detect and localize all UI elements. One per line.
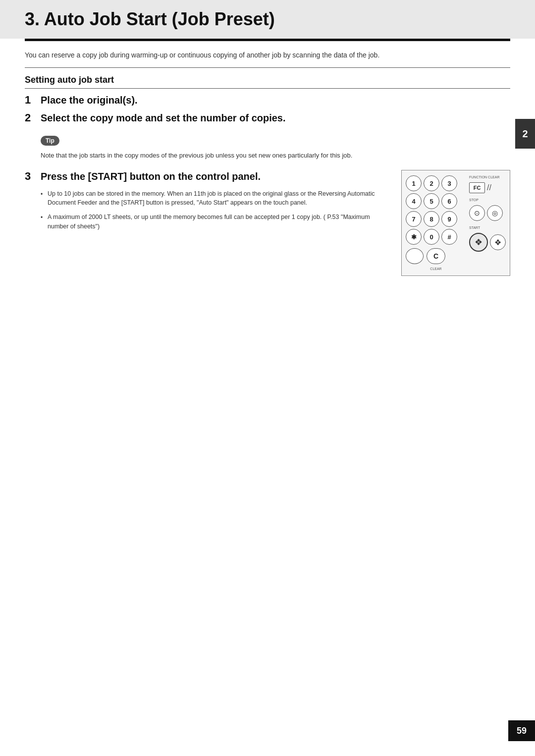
- page-number-badge: 59: [508, 720, 535, 741]
- step-1: 1 Place the original(s).: [25, 94, 510, 107]
- key-extra: [406, 248, 424, 264]
- tip-text: Note that the job starts in the copy mod…: [0, 149, 535, 165]
- step-text-3: Press the [START] button on the control …: [41, 170, 261, 183]
- page-title: 3. Auto Job Start (Job Preset): [25, 9, 510, 30]
- step3-left: 3 Press the [START] button on the contro…: [25, 170, 391, 236]
- key-5: 5: [424, 193, 439, 209]
- key-0: 0: [424, 229, 439, 245]
- bullet-dot-2: •: [41, 213, 48, 222]
- stop-button: ⊙: [469, 205, 485, 221]
- tip-container: Tip: [0, 130, 535, 149]
- key-4: 4: [406, 193, 422, 209]
- function-section: FUNCTION CLEAR FC // STOP ⊙ ◎ START ❖ ❖: [466, 175, 506, 270]
- bullet-dot-1: •: [41, 190, 48, 199]
- fc-button: FC: [469, 182, 485, 193]
- start-button-green[interactable]: ❖: [469, 233, 488, 252]
- keypad-row-4: ✱ 0 #: [406, 229, 466, 245]
- step-number-2: 2: [25, 111, 41, 124]
- stop-button-2: ◎: [487, 205, 503, 221]
- key-8: 8: [424, 211, 439, 227]
- section-heading: Setting auto job start: [0, 68, 535, 88]
- key-7: 7: [406, 211, 422, 227]
- control-panel-diagram: 1 2 3 4 5 6 7 8 9 ✱ 0 #: [401, 170, 510, 276]
- chapter-indicator: 2: [515, 119, 535, 149]
- keypad-row-1: 1 2 3: [406, 175, 466, 191]
- bullet-1: • Up to 10 jobs can be stored in the mem…: [41, 189, 391, 208]
- page-title-bar: 3. Auto Job Start (Job Preset): [0, 0, 535, 39]
- step3-bullets: • Up to 10 jobs can be stored in the mem…: [41, 189, 391, 231]
- key-3: 3: [441, 175, 457, 191]
- key-9: 9: [441, 211, 457, 227]
- key-c: C: [427, 248, 445, 264]
- keypad-row-5: C: [406, 248, 466, 264]
- key-star: ✱: [406, 229, 422, 245]
- intro-text: You can reserve a copy job during warmin…: [0, 41, 535, 67]
- key-1: 1: [406, 175, 422, 191]
- tip-badge: Tip: [41, 136, 59, 146]
- step-number-1: 1: [25, 94, 41, 107]
- fc-row: FC //: [469, 182, 491, 193]
- step3-header: 3 Press the [START] button on the contro…: [25, 170, 391, 183]
- steps-container: 1 Place the original(s). 2 Select the co…: [0, 89, 535, 125]
- stop-row: ⊙ ◎: [469, 205, 503, 221]
- step-text-1: Place the original(s).: [41, 94, 138, 107]
- step-text-2: Select the copy mode and set the number …: [41, 111, 286, 124]
- stop-label: STOP: [469, 198, 479, 202]
- start-row: ❖ ❖: [469, 233, 506, 252]
- step-2: 2 Select the copy mode and set the numbe…: [25, 111, 510, 124]
- panel-main: 1 2 3 4 5 6 7 8 9 ✱ 0 #: [406, 175, 506, 270]
- keypad-section: 1 2 3 4 5 6 7 8 9 ✱ 0 #: [406, 175, 466, 270]
- clear-label: CLEAR: [406, 267, 466, 270]
- slash-icon: //: [487, 183, 491, 192]
- key-6: 6: [441, 193, 457, 209]
- step-number-3: 3: [25, 170, 41, 183]
- key-2: 2: [424, 175, 439, 191]
- step3-area: 3 Press the [START] button on the contro…: [0, 165, 535, 276]
- key-hash: #: [441, 229, 457, 245]
- bullet-2: • A maximum of 2000 LT sheets, or up unt…: [41, 213, 391, 231]
- start-label: START: [469, 226, 480, 229]
- keypad-row-2: 4 5 6: [406, 193, 466, 209]
- function-clear-label: FUNCTION CLEAR: [469, 175, 499, 179]
- keypad-row-3: 7 8 9: [406, 211, 466, 227]
- start-button-outline[interactable]: ❖: [490, 234, 506, 250]
